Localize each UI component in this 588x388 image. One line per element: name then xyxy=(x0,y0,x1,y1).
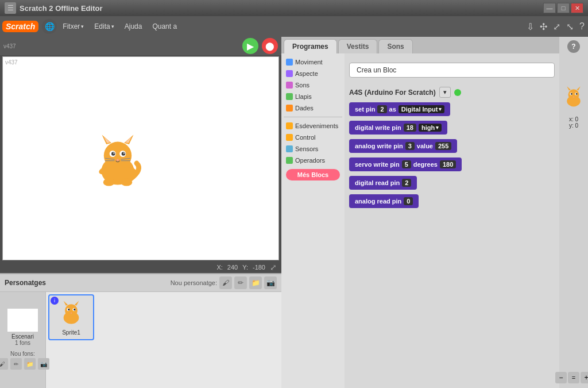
upload-sprite-button[interactable]: 📁 xyxy=(249,276,262,289)
block-set-pin-row: set pin 2 as Digital Input xyxy=(349,102,555,116)
digital-write-pin[interactable]: 18 xyxy=(404,124,416,132)
mes-blocs-button[interactable]: Més Blocs xyxy=(286,169,340,180)
crea-bloc-label: Crea un Bloc xyxy=(357,66,396,74)
digital-write-state[interactable]: high xyxy=(419,124,442,132)
import-icon[interactable]: ⇩ xyxy=(525,20,535,33)
maximize-button[interactable]: □ xyxy=(557,3,570,13)
help-icon[interactable]: ? xyxy=(578,20,586,33)
zoom-in-button[interactable]: + xyxy=(581,372,588,383)
fullscreen-expand-icon[interactable]: ⤢ xyxy=(552,20,562,33)
menu-fitxer[interactable]: Fitxer ▾ xyxy=(58,20,88,33)
analog-write-val[interactable]: 255 xyxy=(435,142,451,150)
tab-vestits[interactable]: Vestits xyxy=(338,39,378,53)
sprite-name: Sprite1 xyxy=(62,329,80,336)
digital-write-text: digital write pin xyxy=(355,124,401,131)
blocks-workspace[interactable]: Crea un Bloc A4S (Arduino For Scratch) ▾… xyxy=(345,53,559,388)
tab-programes[interactable]: Programes xyxy=(284,39,337,53)
mes-blocs-container: Més Blocs xyxy=(284,168,342,182)
analog-read-pin[interactable]: 0 xyxy=(404,197,413,205)
paint-sprite-button[interactable]: 🖌 xyxy=(219,276,232,289)
category-aspecte-label: Aspecte xyxy=(295,70,318,77)
a4s-dropdown[interactable]: ▾ xyxy=(439,87,451,98)
svg-point-17 xyxy=(103,178,115,186)
y-label: Y: xyxy=(242,264,248,271)
scene-image xyxy=(7,308,38,332)
servo-write-val[interactable]: 180 xyxy=(440,160,456,168)
sons-color xyxy=(286,82,293,89)
version-badge: v437 xyxy=(5,59,18,66)
upload-fons-button[interactable]: 📁 xyxy=(24,358,36,370)
category-llapis[interactable]: Llapis xyxy=(284,91,342,102)
category-esdeveniments[interactable]: Esdeveniments xyxy=(284,121,342,131)
menu-quant-a[interactable]: Quant a xyxy=(148,20,181,33)
tab-sons[interactable]: Sons xyxy=(378,39,412,53)
edit-sprite-button[interactable]: ✏ xyxy=(234,276,247,289)
sprite-item[interactable]: i Sprite1 xyxy=(48,294,94,340)
paint-fons-button[interactable]: 🖌 xyxy=(0,358,8,370)
category-aspecte[interactable]: Aspecte xyxy=(284,68,342,79)
chevron-down-icon: ▾ xyxy=(111,24,114,29)
menu-edita[interactable]: Edita ▾ xyxy=(90,20,118,33)
cat-preview xyxy=(561,85,586,110)
category-moviment[interactable]: Moviment xyxy=(284,57,342,67)
mode-dropdown[interactable]: Digital Input xyxy=(399,105,445,113)
language-button[interactable]: 🌐 xyxy=(42,19,57,34)
crea-bloc-button[interactable]: Crea un Bloc xyxy=(349,63,555,78)
titlebar: ☰ Scratch 2 Offline Editor — □ ✕ xyxy=(0,0,588,16)
svg-point-9 xyxy=(122,152,126,156)
digital-read-pin[interactable]: 2 xyxy=(402,179,411,187)
category-sensors[interactable]: Sensors xyxy=(284,144,342,154)
menu-icon[interactable]: ☰ xyxy=(5,2,16,14)
block-analog-read[interactable]: analog read pin 0 xyxy=(349,194,419,208)
svg-point-31 xyxy=(568,89,579,100)
aspecte-color xyxy=(286,70,293,77)
analog-write-text: analog write pin xyxy=(355,143,403,149)
close-button[interactable]: ✕ xyxy=(571,3,583,13)
zoom-out-button[interactable]: − xyxy=(555,372,567,383)
block-servo-write[interactable]: servo write pin 5 degrees 180 xyxy=(349,157,462,171)
stage-area: v437 ▶ ⬤ v437 xyxy=(0,37,281,388)
servo-write-text: servo write pin xyxy=(355,161,400,168)
block-analog-write[interactable]: analog write pin 3 value 255 xyxy=(349,139,457,153)
new-sprite-controls: Nou personatge: 🖌 ✏ 📁 📷 xyxy=(171,276,277,289)
svg-point-22 xyxy=(65,304,78,317)
as-label: as xyxy=(389,106,396,113)
sprites-title: Personatges xyxy=(5,279,46,287)
camera-sprite-button[interactable]: 📷 xyxy=(264,276,277,289)
svg-marker-32 xyxy=(567,86,571,90)
category-operadors[interactable]: Operadors xyxy=(284,155,342,166)
block-digital-write[interactable]: digital write pin 18 high xyxy=(349,121,447,135)
minimize-button[interactable]: — xyxy=(543,3,556,13)
help-button[interactable]: ? xyxy=(567,40,580,53)
value-label: value xyxy=(417,143,433,149)
svg-marker-24 xyxy=(75,301,79,305)
category-dades[interactable]: Dades xyxy=(284,103,342,113)
servo-write-pin[interactable]: 5 xyxy=(402,160,411,168)
edit-fons-button[interactable]: ✏ xyxy=(10,358,22,370)
sprites-list: i Sprite1 xyxy=(46,292,281,388)
menu-ajuda-label: Ajuda xyxy=(125,22,142,30)
fullscreen-shrink-icon[interactable]: ⤡ xyxy=(565,20,575,33)
category-control[interactable]: Control xyxy=(284,132,342,143)
green-flag-button[interactable]: ▶ xyxy=(242,38,258,54)
block-analog-write-row: analog write pin 3 value 255 xyxy=(349,139,555,153)
svg-point-10 xyxy=(113,152,114,153)
resize-handle-icon[interactable]: ⤢ xyxy=(270,263,277,272)
stage-controls: v437 ▶ ⬤ xyxy=(0,37,281,55)
category-sons[interactable]: Sons xyxy=(284,80,342,90)
move-icon[interactable]: ✣ xyxy=(539,20,548,33)
category-esdeveniments-label: Esdeveniments xyxy=(295,122,338,129)
zoom-reset-button[interactable]: = xyxy=(568,372,579,383)
scene-thumbnail[interactable]: Escenari 1 fons Nou fons: 🖌 ✏ 📁 📷 xyxy=(0,292,46,388)
menu-ajuda[interactable]: Ajuda xyxy=(120,20,147,33)
block-set-pin[interactable]: set pin 2 as Digital Input xyxy=(349,102,450,116)
pin-value[interactable]: 2 xyxy=(377,105,386,113)
svg-point-1 xyxy=(104,142,131,170)
main-area: v437 ▶ ⬤ v437 xyxy=(0,37,588,388)
block-digital-read[interactable]: digital read pin 2 xyxy=(349,176,417,190)
a4s-status-indicator xyxy=(454,89,461,96)
a4s-row: A4S (Arduino For Scratch) ▾ xyxy=(349,84,555,100)
stop-button[interactable]: ⬤ xyxy=(262,38,278,54)
stage-canvas[interactable]: v437 xyxy=(2,56,279,260)
analog-write-pin[interactable]: 3 xyxy=(405,142,415,150)
